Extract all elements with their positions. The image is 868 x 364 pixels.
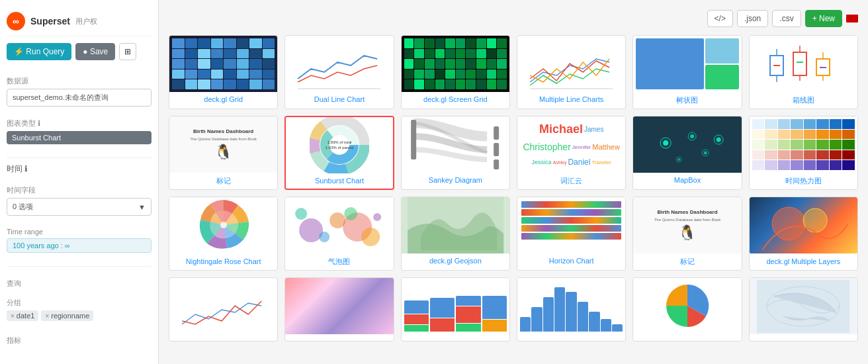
svg-point-42 [220,222,227,228]
horizon-bar-4 [521,225,621,232]
svg-point-46 [319,232,329,242]
datasource-label: 数据源 [7,76,152,86]
sidebar-header: ∞ Superset 用户权 [7,7,152,36]
chart-card-horizon[interactable]: Horizon Chart [517,197,626,271]
tag-regionname[interactable]: × regionname [41,310,93,321]
run-query-button[interactable]: ⚡ Run Query [7,43,71,60]
wc-daniel: Daniel [568,158,590,167]
chart-label-wordcloud: 词汇云 [517,173,625,189]
treemap-cell-1 [636,38,703,89]
chart-card-time-heatmap[interactable]: 时间热力图 [749,116,858,190]
sankey-svg [402,116,509,173]
tag-date1-remove[interactable]: × [11,312,15,320]
chart-label-marker: 标记 [169,173,277,189]
chart-card-row4-6[interactable] [749,277,858,341]
svg-rect-0 [291,36,387,92]
thumb-sunburst: 1.83% of total 1.63% of parent [286,117,392,173]
chart-card-marker[interactable]: Birth Names Dashboard The Quinns Databas… [169,116,278,190]
chart-card-bubble[interactable]: 气泡图 [284,197,394,271]
chart-label-row4-4 [517,334,625,341]
code-button[interactable]: </> [707,10,733,27]
chart-card-multiple-line[interactable]: Multiple Line Charts [517,35,626,109]
wc-jennifer2: Transfer [591,159,611,165]
birth-names-title-2: Birth Names Dashboard [657,209,717,216]
wc-matthew: Matthew [592,143,620,151]
chart-card-boxplot[interactable]: 箱线图 [749,35,858,109]
flag-icon [846,15,858,23]
thumb-stacked-bar [402,278,509,334]
thumb-mapbox [633,116,741,173]
chart-card-treemap[interactable]: 树状图 [632,35,742,109]
grid-button[interactable]: ⊞ [119,43,136,60]
chart-card-wordcloud[interactable]: Michael James Christopher Jennifer Matth… [517,116,626,190]
chart-card-row4-4[interactable] [517,277,626,341]
chart-card-dual-line[interactable]: Dual Line Chart [284,35,394,109]
svg-rect-28 [494,126,499,140]
chart-card-deckgl-multi[interactable]: deck.gl Multiple Layers [749,197,858,271]
query-section-label: 查询 [7,279,152,289]
horizon-bar-1 [521,201,621,208]
thumb-time-heatmap [750,116,857,173]
nightingale-svg [194,197,253,253]
user-menu[interactable]: 用户权 [75,17,97,26]
chart-card-sankey[interactable]: Sankey Diagram [401,116,510,190]
chart-card-deckgl-screen[interactable]: deck.gl Screen Grid [401,35,510,109]
json-button[interactable]: .json [737,10,768,27]
chart-label-sunburst: Sunburst Chart [286,173,392,188]
time-range-value[interactable]: 100 years ago : ∞ [7,238,152,253]
toolbar: ⚡ Run Query ● Save ⊞ [7,43,152,60]
csv-button[interactable]: .csv [772,10,801,27]
superset-logo: ∞ [7,12,25,30]
horizon-bar-3 [521,217,621,224]
chart-thumbnail-sankey [402,116,509,173]
deckgl-multi-svg [750,197,857,253]
chart-thumbnail-time-heatmap [750,116,857,173]
chart-card-marker2[interactable]: Birth Names Dashboard The Quinns Databas… [632,197,742,271]
tag-regionname-remove[interactable]: × [45,312,49,320]
chart-card-row4-5[interactable] [632,277,742,341]
chart-card-row4-2[interactable] [284,277,394,341]
chart-label-deckgl-screen: deck.gl Screen Grid [402,92,509,107]
new-button[interactable]: + New [805,10,842,27]
svg-point-35 [690,134,694,138]
chart-thumbnail-deckgl-screen [402,36,509,92]
dual-line-svg [285,36,393,92]
save-button[interactable]: ● Save [75,43,115,60]
chart-thumbnail-boxplot [750,36,857,92]
chart-label-mapbox: MapBox [633,173,741,187]
metrics-label: 指标 [7,336,152,345]
chart-thumbnail-treemap [633,36,741,92]
chart-label-row4-5 [633,334,741,341]
horizon-bar-2 [521,209,621,216]
chart-card-deckgl-geojson[interactable]: deck.gl Geojson [401,197,510,271]
svg-point-41 [716,138,721,142]
treemap-cell-3 [705,65,739,90]
th-cell [752,119,765,129]
tag-date1[interactable]: × date1 [7,310,38,321]
chart-thumbnail-deckgl-multi [750,197,857,253]
chart-card-sunburst[interactable]: 1.83% of total 1.63% of parent Sunburst … [284,116,394,190]
chart-card-row4-3[interactable] [401,277,510,341]
thumb-deckgl-screen [402,36,509,92]
mapbox-svg [633,116,741,173]
time-period-select[interactable]: 0 选项 ▼ [7,198,152,216]
birth-names-subtitle-1: The Quinns Database date from Book [190,137,257,141]
datasource-value[interactable]: superset_demo.未命名的查询 [7,89,152,107]
time-period-label: 时间字段 [7,185,152,195]
chart-type-badge[interactable]: Sunburst Chart [7,131,152,144]
chart-thumbnail-marker: Birth Names Dashboard The Quinns Databas… [169,116,277,173]
group-by-label: 分组 [7,298,152,308]
thumb-deckgl-multi [750,197,857,253]
world-map-svg [757,280,849,333]
thumb-wordcloud: Michael James Christopher Jennifer Matth… [517,116,625,173]
svg-point-53 [772,207,805,240]
chart-label-row4-2 [285,334,393,341]
wc-christopher: Christopher [523,142,570,152]
chart-card-deckgl-grid[interactable]: deck.gl Grid [169,35,278,109]
boxplot-svg [763,42,843,85]
chart-card-row4-1[interactable] [169,277,278,341]
chart-card-mapbox[interactable]: MapBox [632,116,742,190]
chart-thumbnail-sunburst: 1.83% of total 1.63% of parent [286,117,392,173]
birth-names-title-1: Birth Names Dashboard [193,128,253,135]
chart-card-nightingale[interactable]: Nightingale Rose Chart [169,197,278,271]
